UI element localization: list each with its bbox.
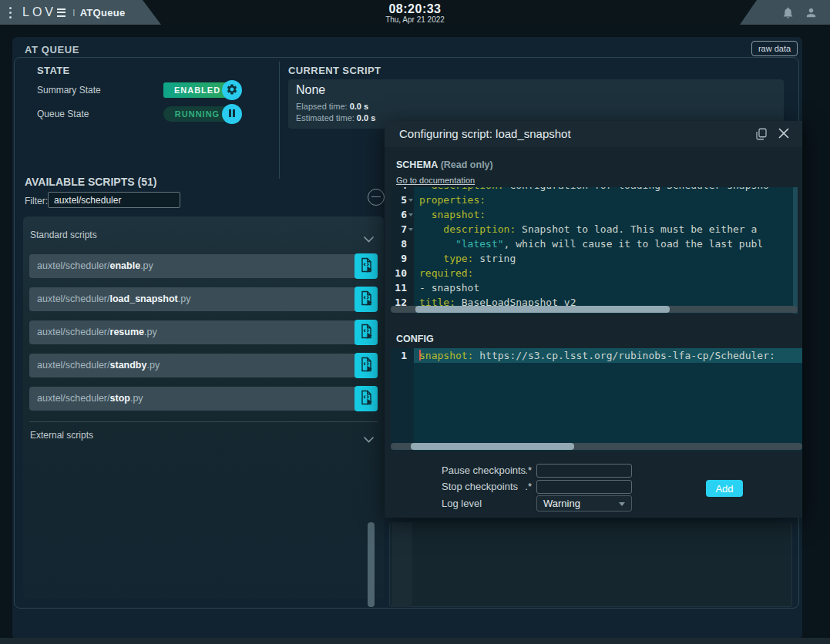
dropdown-caret-icon [619, 502, 625, 506]
line-number: 6 [391, 207, 414, 222]
script-item[interactable]: auxtel/scheduler/load_snapshot.py [29, 287, 378, 311]
line-number: 4 [391, 187, 414, 193]
script-path: auxtel/scheduler/standby.py [37, 360, 160, 371]
line-number: 7 [391, 222, 414, 236]
pause-icon [227, 109, 237, 120]
bell-icon[interactable] [781, 6, 795, 19]
code-line: 9 type: string [391, 251, 798, 266]
logo-separator: I [72, 7, 76, 18]
log-level-select[interactable]: Warning [536, 495, 632, 512]
line-number: 8 [391, 236, 414, 251]
config-heading: CONFIG [396, 334, 434, 344]
fold-marker-icon[interactable] [408, 199, 413, 202]
script-launch-icon [360, 257, 373, 275]
script-path: auxtel/scheduler/enable.py [37, 260, 153, 271]
close-icon[interactable] [778, 127, 790, 142]
script-item[interactable]: auxtel/scheduler/resume.py [29, 320, 378, 344]
user-icon[interactable] [805, 6, 818, 19]
script-item[interactable]: auxtel/scheduler/enable.py [29, 254, 378, 278]
filter-input[interactable] [48, 192, 180, 208]
schema-horizontal-scrollbar [391, 306, 798, 313]
queue-scrollbar[interactable] [368, 522, 375, 607]
script-launch-icon [360, 390, 373, 408]
code-text: required: [414, 266, 798, 280]
gear-icon [226, 83, 238, 98]
collapse-minus-icon[interactable] [368, 189, 385, 206]
estimated-time-value: 0.0 s [357, 113, 375, 122]
copy-icon[interactable] [754, 127, 768, 143]
documentation-link[interactable]: Go to documentation [396, 176, 475, 185]
script-path: auxtel/scheduler/stop.py [37, 393, 143, 404]
code-text: snapshot: https://s3.cp.lsst.org/rubinob… [414, 348, 802, 363]
modal-header: Configuring script: load_snapshot [385, 121, 802, 147]
code-text: description: Configuration for loading S… [414, 187, 798, 193]
fold-marker-icon[interactable] [408, 228, 413, 231]
launch-script-button[interactable] [355, 353, 378, 378]
queue-state-label: Queue State [37, 109, 89, 119]
launch-script-button[interactable] [355, 386, 378, 411]
code-line: 6 snapshot: [391, 207, 798, 222]
launch-script-button[interactable] [355, 287, 378, 312]
script-item[interactable]: auxtel/scheduler/stop.py [29, 387, 378, 411]
config-editor[interactable]: 1snapshot: https://s3.cp.lsst.org/rubino… [391, 348, 802, 451]
code-text: properties: [414, 193, 798, 207]
logo-e-icon [57, 8, 66, 17]
app-header-right [734, 0, 830, 25]
kebab-menu-icon[interactable] [9, 7, 12, 18]
panel-title: AT QUEUE [25, 44, 79, 55]
script-path: auxtel/scheduler/load_snapshot.py [37, 293, 190, 304]
launch-script-button[interactable] [355, 253, 378, 279]
fold-marker-icon[interactable] [408, 213, 413, 216]
app-name: ATQueue [80, 7, 126, 18]
line-number: 5 [391, 193, 414, 207]
summary-state-badge: ENABLED [163, 82, 231, 98]
elapsed-time-value: 0.0 s [350, 102, 368, 111]
summary-state-label: Summary State [37, 85, 101, 96]
estimated-time-row: Estimated time:0.0 s [296, 113, 375, 122]
pause-checkpoints-input[interactable] [536, 464, 632, 478]
script-item[interactable]: auxtel/scheduler/standby.py [29, 354, 378, 377]
queue-card-fragment [389, 522, 792, 607]
love-logo: LOV [22, 5, 66, 19]
state-section-title: STATE [37, 65, 70, 76]
current-script-section-title: CURRENT SCRIPT [288, 65, 381, 76]
log-level-value: Warning [543, 498, 580, 509]
code-text: "latest", which will cause it to load th… [414, 236, 798, 251]
summary-state-settings-button[interactable] [222, 80, 242, 100]
add-button[interactable]: Add [706, 480, 743, 497]
filter-label: Filter: [25, 196, 48, 206]
code-text: - snapshot [414, 280, 798, 295]
scrollbar-thumb[interactable] [411, 443, 574, 450]
group-external-scripts[interactable]: External scripts [23, 428, 384, 446]
scripts-list-box: Standard scripts auxtel/scheduler/enable… [23, 216, 384, 599]
group-standard-scripts[interactable]: Standard scripts [23, 227, 384, 246]
schema-vertical-scrollbar[interactable] [793, 187, 798, 314]
script-launch-icon [360, 357, 373, 374]
chevron-down-icon [363, 232, 375, 246]
stop-checkpoints-suffix: .* [521, 481, 532, 492]
elapsed-time-row: Elapsed time:0.0 s [296, 102, 368, 111]
modal-title: Configuring script: load_snapshot [399, 127, 571, 140]
queue-pause-button[interactable] [222, 104, 242, 124]
raw-data-button[interactable]: raw data [751, 41, 798, 56]
schema-editor[interactable]: 4 description: Configuration for loading… [391, 187, 798, 314]
code-text: type: string [414, 251, 798, 266]
code-text: snapshot: [414, 207, 798, 222]
script-launch-icon [360, 324, 373, 341]
line-number: 1 [391, 348, 414, 363]
queue-state-badge: RUNNING [163, 106, 231, 122]
launch-script-button[interactable] [355, 320, 378, 345]
code-line: 10required: [391, 266, 798, 280]
group-label: Standard scripts [30, 230, 97, 240]
scrollbar-thumb[interactable] [415, 306, 670, 313]
line-number: 10 [391, 266, 414, 280]
list-divider [29, 421, 378, 422]
section-divider [279, 62, 280, 179]
stop-checkpoints-label: Stop checkpoints [442, 481, 518, 492]
gutter [391, 348, 414, 451]
current-script-name: None [296, 83, 325, 97]
stop-checkpoints-input[interactable] [536, 480, 632, 494]
code-line: 5properties: [391, 193, 798, 207]
pause-checkpoints-suffix: .* [521, 465, 532, 476]
line-number: 9 [391, 251, 414, 266]
